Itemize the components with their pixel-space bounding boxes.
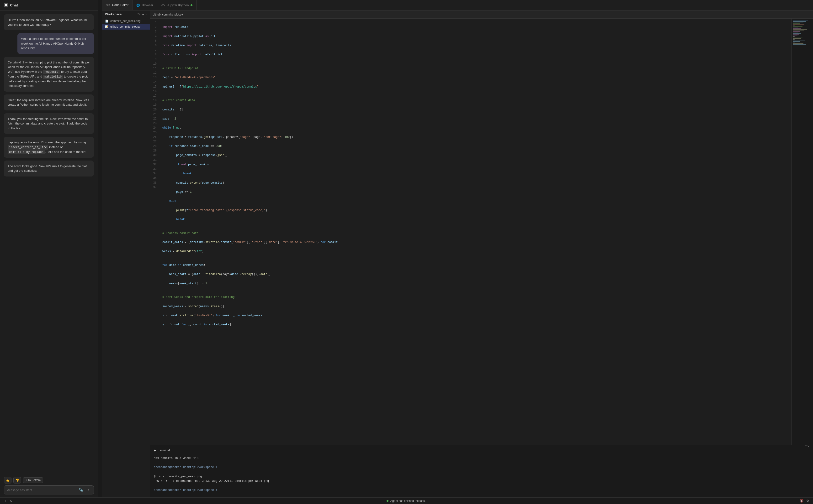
refresh-icon[interactable]: ↻ <box>137 12 140 16</box>
msg-text-2: Write a script to plot the number of com… <box>21 37 86 50</box>
msg-text-1: Hi! I'm OpenHands, an AI Software Engine… <box>8 18 87 26</box>
line-numbers: 12345 678910 1112131415 1617181920 21222… <box>150 19 159 445</box>
terminal-line-6: -rw-r--r-- 1 openhands root 34133 Aug 20… <box>154 479 809 483</box>
jupyter-status-dot <box>190 4 192 6</box>
terminal-line-2 <box>154 461 809 465</box>
msg-assistant-5: I apologize for the error. I'll correct … <box>4 137 94 158</box>
msg-assistant-4: Thank you for creating the file. Now, le… <box>4 113 94 134</box>
workspace-header: Workspace ↻ ☁ ‹ <box>102 10 150 18</box>
file-py-icon: 📝 <box>105 25 108 28</box>
settings-button[interactable]: ⚙ <box>806 499 809 503</box>
tab-jupyter-icon: </> <box>161 4 165 7</box>
msg-assistant-6: The script looks good. Now let's run it … <box>4 161 94 177</box>
workspace-icons: ↻ ☁ ‹ <box>137 12 147 16</box>
msg-user-1: Write a script to plot the number of com… <box>17 33 94 54</box>
terminal-line-5: $ ls -l commits_per_week.png <box>154 474 809 479</box>
inline-code-edit: edit_file_by_replace <box>8 150 45 154</box>
msg-text-5: Thank you for creating the file. Now, le… <box>8 117 88 130</box>
tab-jupyter[interactable]: </> Jupyter IPython <box>157 0 197 10</box>
terminal-icon: ▶ <box>154 448 156 452</box>
chat-messages[interactable]: Hi! I'm OpenHands, an AI Software Engine… <box>0 10 98 474</box>
chat-feedback-row: 👍 👎 ↓ To Bottom <box>4 477 94 483</box>
editor-right: github_commits_plot.py 12345 678910 1112… <box>150 10 813 497</box>
chevron-up-icon[interactable]: ^ <box>805 444 807 448</box>
inline-code-matplotlib: matplotlib <box>43 75 63 79</box>
agent-status-area: Agent has finished the task. <box>14 499 798 503</box>
agent-status-dot <box>387 500 388 502</box>
workspace-file-png[interactable]: 📄 commits_per_week.png <box>102 18 150 24</box>
editor-tabs-bar: </> Code Editor 🌐 Browser </> Jupyter IP… <box>102 0 813 10</box>
collapse-panel-arrow[interactable]: › <box>98 0 102 497</box>
msg-assistant-3: Great, the required libraries are alread… <box>4 94 94 110</box>
current-file-path: github_commits_plot.py <box>153 13 183 16</box>
chat-header: 💬 Chat <box>0 0 98 10</box>
terminal-line-3: openhands@docker-desktop:/workspace $ <box>154 465 809 470</box>
thumbs-down-button[interactable]: 👎 <box>13 477 21 483</box>
main-layout: 💬 Chat Hi! I'm OpenHands, an AI Software… <box>0 0 813 497</box>
status-bar: ⏸ ↻ Agent has finished the task. 🔇 ⚙ <box>0 497 813 504</box>
bottom-panel: ^ v ▶ Terminal Max commits in a week: 11… <box>150 445 813 497</box>
tab-code-label: Code Editor <box>112 3 128 7</box>
file-py-name: github_commits_plot.py <box>110 25 140 28</box>
chevron-down-icon[interactable]: v <box>808 444 809 448</box>
msg-text-7: The script looks good. Now let's run it … <box>8 164 87 173</box>
status-bar-right: 🔇 ⚙ <box>800 499 809 503</box>
more-icon[interactable]: ‹ <box>146 12 147 16</box>
thumbs-up-button[interactable]: 👍 <box>4 477 11 483</box>
code-content: import requests import matplotlib.pyplot… <box>159 19 792 445</box>
code-editor-area[interactable]: 12345 678910 1112131415 1617181920 21222… <box>150 19 813 445</box>
terminal-line-7 <box>154 483 809 488</box>
pause-button[interactable]: ⏸ <box>4 499 7 503</box>
msg-text-4: Great, the required libraries are alread… <box>8 98 89 107</box>
inline-code-insert: insert_content_at_line <box>8 145 48 150</box>
terminal-line-1: Max commits in a week: 118 <box>154 456 809 461</box>
editor-top-bar: github_commits_plot.py <box>150 10 813 19</box>
attach-button[interactable]: 📎 <box>78 487 83 493</box>
tab-browser-icon: 🌐 <box>136 4 140 7</box>
msg-assistant-2: Certainly! I'll write a script to plot t… <box>4 57 94 92</box>
terminal-line-8: openhands@docker-desktop:/workspace $ <box>154 488 809 493</box>
app-container: 💬 Chat Hi! I'm OpenHands, an AI Software… <box>0 0 813 504</box>
inline-code-requests: requests <box>43 70 60 74</box>
right-panel: </> Code Editor 🌐 Browser </> Jupyter IP… <box>102 0 813 497</box>
chat-input[interactable] <box>6 488 76 492</box>
refresh-status-button[interactable]: ↻ <box>10 499 12 503</box>
tab-code-editor[interactable]: </> Code Editor <box>102 0 132 10</box>
editor-workspace-area: Workspace ↻ ☁ ‹ 📄 commits_per_week.png 📝 <box>102 10 813 497</box>
chat-header-icon: 💬 <box>4 3 8 7</box>
status-bar-left: ⏸ ↻ <box>4 499 12 503</box>
resize-chevrons[interactable]: ^ v <box>805 444 809 448</box>
tab-browser-label: Browser <box>142 3 153 7</box>
send-button[interactable]: ↑ <box>85 487 91 493</box>
terminal-header: ▶ Terminal <box>150 447 813 454</box>
chat-input-row: 📎 ↑ <box>4 485 94 494</box>
minimap-content <box>792 19 813 47</box>
workspace-panel: Workspace ↻ ☁ ‹ 📄 commits_per_week.png 📝 <box>102 10 150 497</box>
mute-button[interactable]: 🔇 <box>800 499 803 503</box>
terminal-title: Terminal <box>158 448 170 452</box>
minimap <box>792 19 813 445</box>
agent-status-text: Agent has finished the task. <box>390 499 425 503</box>
tab-code-icon: </> <box>106 3 110 7</box>
file-png-name: commits_per_week.png <box>110 19 141 23</box>
chat-panel: 💬 Chat Hi! I'm OpenHands, an AI Software… <box>0 0 98 497</box>
cloud-icon[interactable]: ☁ <box>141 12 144 16</box>
chat-footer: 👍 👎 ↓ To Bottom 📎 ↑ <box>0 474 98 497</box>
to-bottom-button[interactable]: ↓ To Bottom <box>23 477 43 483</box>
workspace-file-py[interactable]: 📝 github_commits_plot.py <box>102 24 150 30</box>
tab-jupyter-label: Jupyter IPython <box>167 3 188 7</box>
terminal-content[interactable]: Max commits in a week: 118 openhands@doc… <box>150 454 813 497</box>
file-png-icon: 📄 <box>105 20 108 23</box>
code-editor-scroll[interactable]: 12345 678910 1112131415 1617181920 21222… <box>150 19 792 445</box>
msg-assistant-1: Hi! I'm OpenHands, an AI Software Engine… <box>4 14 94 30</box>
chat-title: Chat <box>10 3 18 7</box>
workspace-title: Workspace <box>105 12 135 16</box>
terminal-line-4 <box>154 470 809 474</box>
tab-browser[interactable]: 🌐 Browser <box>132 0 157 10</box>
